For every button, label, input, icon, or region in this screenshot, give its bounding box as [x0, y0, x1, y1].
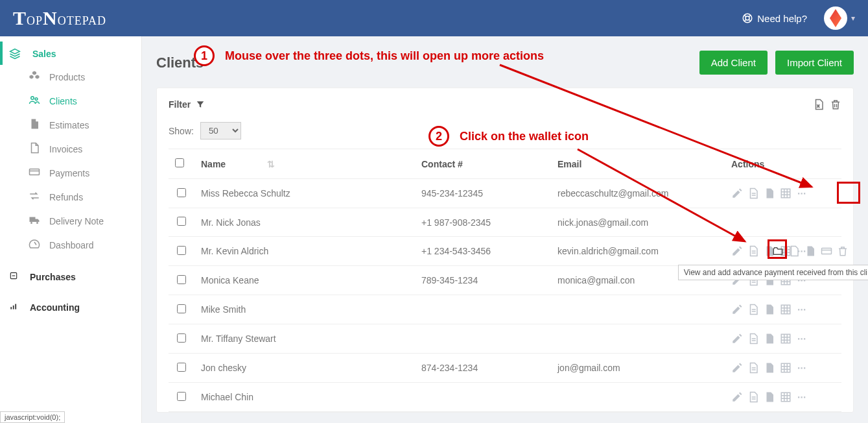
document-outline-icon[interactable]	[747, 245, 759, 257]
row-email	[551, 324, 725, 354]
select-all-checkbox[interactable]	[175, 158, 184, 167]
row-email: kevin.aldrich@gmail.com	[551, 237, 725, 266]
help-link[interactable]: Need help?	[742, 12, 807, 24]
document-outline-icon[interactable]	[747, 391, 759, 403]
edit-icon[interactable]	[731, 187, 743, 199]
row-contact: 945-234-12345	[415, 179, 551, 208]
row-checkbox[interactable]	[177, 217, 186, 226]
svg-point-6	[31, 97, 34, 100]
sidebar-section-purchases[interactable]: Purchases	[0, 265, 141, 287]
svg-rect-85	[804, 396, 805, 398]
more-icon[interactable]	[796, 304, 808, 315]
svg-point-7	[35, 98, 38, 101]
card-icon	[29, 166, 40, 180]
trash-icon[interactable]	[837, 245, 849, 257]
svg-text:x: x	[817, 104, 819, 108]
row-checkbox[interactable]	[177, 275, 186, 284]
document-outline-icon[interactable]	[747, 187, 759, 199]
grid-icon[interactable]	[780, 333, 792, 344]
add-client-button[interactable]: Add Client	[699, 51, 768, 75]
cubes-icon	[29, 70, 40, 84]
edit-icon[interactable]	[731, 245, 743, 257]
sidebar-sales-label: Sales	[32, 49, 56, 59]
col-email: Email	[551, 149, 725, 179]
document-fill-icon[interactable]	[764, 333, 775, 344]
document-outline-icon[interactable]	[747, 304, 759, 315]
row-checkbox[interactable]	[177, 188, 186, 197]
row-name: Miss Rebecca Schultz	[194, 179, 415, 208]
document-fill-icon[interactable]	[764, 391, 775, 403]
row-name: Mr. Tiffany Stewart	[194, 324, 415, 354]
document-fill-icon[interactable]	[764, 304, 775, 315]
document-outline-icon[interactable]	[747, 362, 759, 374]
row-name: Michael Chin	[194, 383, 415, 412]
grid-icon[interactable]	[780, 187, 792, 199]
row-actions	[731, 391, 835, 403]
export-excel-icon[interactable]: x	[813, 99, 825, 110]
svg-rect-48	[781, 305, 790, 314]
table-row: Mike Smith	[169, 295, 841, 324]
show-select[interactable]: 50	[200, 122, 241, 139]
import-client-button[interactable]: Import Client	[775, 51, 854, 75]
row-name: Mike Smith	[194, 295, 415, 324]
document-fill-icon[interactable]	[804, 245, 816, 257]
grid-icon[interactable]	[780, 362, 792, 374]
more-icon[interactable]	[796, 362, 808, 374]
sidebar-item-invoices[interactable]: Invoices	[0, 137, 141, 161]
svg-rect-63	[798, 338, 799, 339]
row-checkbox[interactable]	[177, 363, 186, 372]
funnel-icon	[196, 100, 205, 109]
main-content: Clients Add Client Import Client Filter …	[142, 36, 868, 423]
document-outline-icon[interactable]	[747, 333, 759, 344]
filter-label-text: Filter	[169, 99, 191, 110]
card-icon[interactable]	[821, 245, 832, 257]
sidebar-item-dashboard[interactable]: Dashboard	[0, 233, 141, 257]
trash-icon[interactable]	[830, 99, 841, 110]
sidebar-item-payments[interactable]: Payments	[0, 161, 141, 185]
sidebar-section-accounting[interactable]: Accounting	[0, 295, 141, 318]
filter-toggle[interactable]: Filter	[169, 99, 205, 110]
more-icon[interactable]	[796, 333, 808, 344]
row-checkbox[interactable]	[177, 333, 186, 343]
document-icon	[29, 142, 40, 156]
app-header: TopNotepad Need help? ▾	[0, 0, 868, 36]
document-fill-icon[interactable]	[764, 187, 775, 199]
grid-icon[interactable]	[780, 304, 792, 315]
annotation-box-2	[768, 239, 787, 259]
sidebar-item-delivery[interactable]: Delivery Note	[0, 209, 141, 233]
row-checkbox[interactable]	[177, 392, 186, 401]
clients-card: Filter x Show: 50	[156, 88, 854, 413]
lifebuoy-icon	[742, 12, 753, 24]
svg-rect-14	[15, 304, 16, 309]
edit-icon[interactable]	[731, 333, 743, 344]
edit-icon[interactable]	[731, 304, 743, 315]
row-name: Monica Keane	[194, 266, 415, 295]
sidebar-section-sales[interactable]: Sales	[0, 42, 141, 65]
svg-rect-24	[801, 193, 803, 194]
logo: TopNotepad	[13, 7, 106, 29]
help-label: Need help?	[757, 13, 807, 24]
col-name[interactable]: Name	[201, 159, 226, 169]
svg-rect-13	[13, 306, 14, 309]
avatar[interactable]	[824, 6, 847, 30]
sidebar-item-clients[interactable]: Clients	[0, 89, 141, 113]
document-outline-icon[interactable]	[788, 245, 800, 257]
people-icon	[29, 94, 40, 108]
sidebar-item-refunds[interactable]: Refunds	[0, 185, 141, 209]
row-checkbox[interactable]	[177, 304, 186, 313]
row-checkbox[interactable]	[177, 246, 186, 255]
gauge-icon	[29, 238, 40, 252]
col-contact: Contact #	[415, 149, 551, 179]
edit-icon[interactable]	[731, 362, 743, 374]
more-icon[interactable]	[796, 187, 808, 199]
document-fill-icon[interactable]	[764, 362, 775, 374]
sidebar-item-estimates[interactable]: Estimates	[0, 113, 141, 137]
table-row: Mr. Kevin Aldrich +1 234-543-3456 kevin.…	[169, 237, 841, 266]
svg-rect-78	[781, 393, 790, 402]
sidebar-item-label: Dashboard	[49, 240, 94, 250]
grid-icon[interactable]	[780, 391, 792, 403]
more-icon[interactable]	[796, 391, 808, 403]
edit-icon[interactable]	[731, 391, 743, 403]
sidebar-item-products[interactable]: Products	[0, 65, 141, 89]
row-actions	[731, 333, 835, 344]
